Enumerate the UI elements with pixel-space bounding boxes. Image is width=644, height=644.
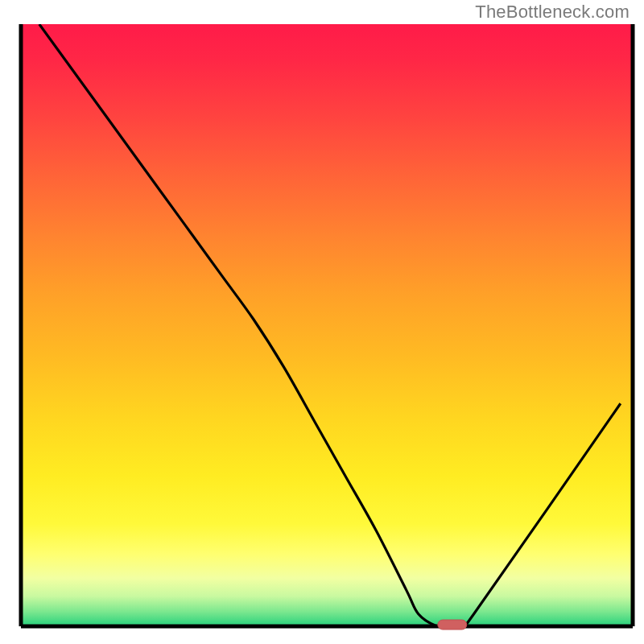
bottleneck-chart: [0, 0, 644, 644]
optimal-marker: [438, 620, 467, 630]
gradient-background: [21, 24, 633, 626]
chart-container: { "attribution": "TheBottleneck.com", "c…: [0, 0, 644, 644]
